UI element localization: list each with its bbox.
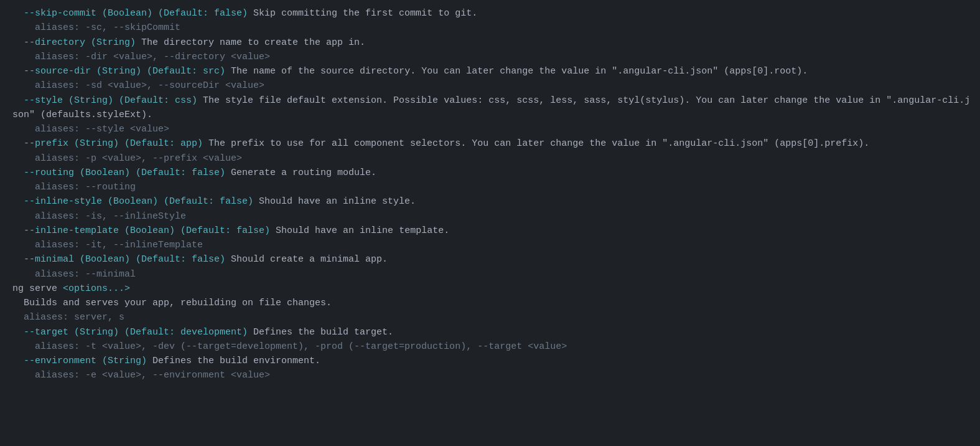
flag-text: --source-dir (String) (Default: src): [12, 66, 225, 77]
desc-text: Generate a routing module.: [225, 168, 376, 178]
terminal-line: --inline-template (Boolean) (Default: fa…: [12, 224, 975, 238]
alias-text: aliases: -e <value>, --environment <valu…: [12, 370, 270, 381]
terminal-line: aliases: -dir <value>, --directory <valu…: [12, 50, 975, 64]
alias-text: aliases: --routing: [12, 182, 136, 192]
terminal-line: --routing (Boolean) (Default: false) Gen…: [12, 166, 975, 180]
terminal-line: --inline-style (Boolean) (Default: false…: [12, 194, 975, 209]
alias-text: aliases: -p <value>, --prefix <value>: [12, 153, 242, 164]
terminal-line: aliases: -t <value>, -dev (--target=deve…: [12, 339, 975, 354]
desc-text: Should have an inline template.: [270, 225, 449, 236]
desc-text: Defines the build target.: [248, 327, 393, 338]
desc-text: The prefix to use for all component sele…: [203, 138, 869, 149]
terminal-line: --environment (String) Defines the build…: [12, 354, 975, 368]
terminal-line: aliases: -sd <value>, --sourceDir <value…: [12, 78, 975, 93]
terminal-line: --prefix (String) (Default: app) The pre…: [12, 136, 975, 151]
terminal-line: Builds and serves your app, rebuilding o…: [12, 296, 975, 310]
alias-text: aliases: -sd <value>, --sourceDir <value…: [12, 80, 264, 91]
flag-text: --directory (String): [12, 37, 136, 48]
terminal-line: aliases: -it, --inlineTemplate: [12, 238, 975, 252]
flag-text: <options...>: [63, 283, 130, 294]
terminal-line: aliases: -sc, --skipCommit: [12, 21, 975, 35]
terminal-line: --directory (String) The directory name …: [12, 36, 975, 50]
flag-text: --environment (String): [12, 356, 147, 366]
terminal-line: aliases: --style <value>: [12, 122, 975, 136]
terminal-line: aliases: --routing: [12, 180, 975, 194]
flag-text: --prefix (String) (Default: app): [12, 138, 203, 149]
flag-text: --minimal (Boolean) (Default: false): [12, 254, 225, 265]
alias-text: aliases: -dir <value>, --directory <valu…: [12, 52, 270, 62]
terminal-line: --style (String) (Default: css) The styl…: [12, 93, 975, 123]
flag-text: --inline-style (Boolean) (Default: false…: [12, 196, 253, 207]
desc-text: Skip committing the first commit to git.: [248, 8, 477, 19]
alias-text: aliases: --minimal: [12, 269, 136, 280]
terminal-window: --skip-commit (Boolean) (Default: false)…: [7, 2, 980, 387]
desc-text: Builds and serves your app, rebuilding o…: [12, 298, 332, 308]
terminal-line: --source-dir (String) (Default: src) The…: [12, 64, 975, 78]
desc-text: Should create a minimal app.: [225, 254, 388, 265]
alias-text: aliases: -t <value>, -dev (--target=deve…: [12, 341, 567, 352]
alias-text: aliases: -is, --inlineStyle: [12, 211, 186, 222]
desc-text: Should have an inline style.: [253, 196, 416, 207]
desc-text: ng serve: [12, 283, 63, 294]
terminal-line: --minimal (Boolean) (Default: false) Sho…: [12, 252, 975, 267]
terminal-line: ng serve <options...>: [12, 282, 975, 296]
desc-text: The name of the source directory. You ca…: [225, 66, 808, 77]
desc-text: The directory name to create the app in.: [136, 37, 365, 48]
terminal-line: aliases: server, s: [12, 310, 975, 325]
terminal-content: --skip-commit (Boolean) (Default: false)…: [12, 6, 975, 383]
terminal-line: --target (String) (Default: development)…: [12, 325, 975, 339]
alias-text: aliases: -sc, --skipCommit: [12, 22, 180, 33]
terminal-line: aliases: -is, --inlineStyle: [12, 209, 975, 224]
alias-text: aliases: server, s: [12, 312, 124, 323]
flag-text: --routing (Boolean) (Default: false): [12, 168, 225, 178]
terminal-line: --skip-commit (Boolean) (Default: false)…: [12, 6, 975, 21]
desc-text: Defines the build environment.: [147, 356, 320, 366]
terminal-line: aliases: --minimal: [12, 267, 975, 282]
flag-text: --inline-template (Boolean) (Default: fa…: [12, 225, 270, 236]
terminal-line: aliases: -p <value>, --prefix <value>: [12, 151, 975, 166]
flag-text: --style (String) (Default: css): [12, 95, 197, 106]
terminal-line: aliases: -e <value>, --environment <valu…: [12, 368, 975, 382]
flag-text: --skip-commit (Boolean) (Default: false): [12, 8, 248, 19]
alias-text: aliases: --style <value>: [12, 124, 169, 135]
flag-text: --target (String) (Default: development): [12, 327, 248, 338]
alias-text: aliases: -it, --inlineTemplate: [12, 240, 203, 250]
